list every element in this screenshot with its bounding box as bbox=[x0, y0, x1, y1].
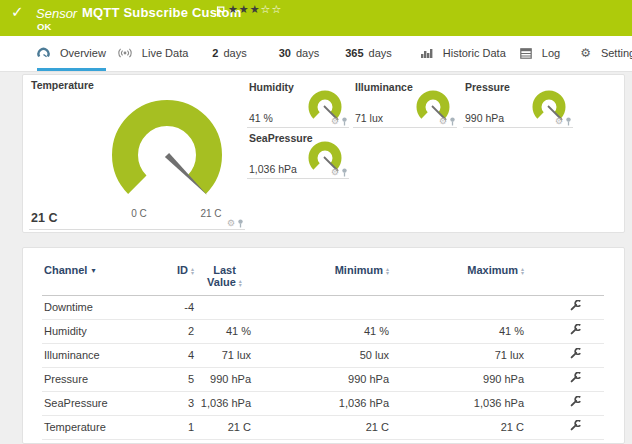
channel-table: Channel▾ ID▴▾ Last Value▴▾ Minimum▴▾ Max… bbox=[42, 248, 604, 440]
log-table-icon bbox=[520, 48, 532, 59]
tab-label: days bbox=[223, 47, 246, 59]
pin-icon[interactable] bbox=[341, 168, 348, 177]
channel-name-cell: Downtime bbox=[42, 296, 169, 320]
last-value-cell: 71 lux bbox=[196, 344, 253, 368]
channel-id-cell: 5 bbox=[169, 368, 196, 392]
channel-name-cell: Illuminance bbox=[42, 344, 169, 368]
gauge-title: Pressure bbox=[465, 81, 510, 93]
channel-settings-wrench-icon[interactable] bbox=[570, 416, 581, 439]
pin-icon[interactable] bbox=[565, 117, 572, 126]
minimum-cell bbox=[253, 296, 391, 320]
maximum-cell: 1,036 hPa bbox=[391, 392, 526, 416]
gauge-title: Humidity bbox=[249, 81, 294, 93]
gauge-settings-gear-icon[interactable]: ⚙ bbox=[227, 219, 235, 228]
maximum-cell: 990 hPa bbox=[391, 368, 526, 392]
tab-label: Settings bbox=[601, 47, 632, 59]
tab-30-days[interactable]: 30days bbox=[279, 36, 320, 71]
channel-name-cell: Pressure bbox=[42, 368, 169, 392]
minimum-cell: 41 % bbox=[253, 320, 391, 344]
gauge-value: 1,036 hPa bbox=[249, 163, 297, 175]
column-header-id[interactable]: ID▴▾ bbox=[169, 248, 196, 296]
sensor-overview-page: ✓ Sensor MQTT Subscribe Custom ★★★☆☆ OK … bbox=[0, 0, 632, 444]
gauge-value: 990 hPa bbox=[465, 112, 504, 124]
column-header-channel[interactable]: Channel▾ bbox=[42, 248, 169, 296]
tab-365-days[interactable]: 365days bbox=[345, 36, 392, 71]
tab-overview[interactable]: Overview bbox=[37, 36, 106, 71]
maximum-cell bbox=[391, 296, 526, 320]
table-header-row: Channel▾ ID▴▾ Last Value▴▾ Minimum▴▾ Max… bbox=[42, 248, 604, 296]
sort-icon: ▴▾ bbox=[521, 267, 524, 275]
maximum-cell: 41 % bbox=[391, 320, 526, 344]
channel-settings-wrench-icon[interactable] bbox=[570, 320, 581, 343]
channel-settings-wrench-icon[interactable] bbox=[570, 392, 581, 415]
sensor-status-bar: ✓ Sensor MQTT Subscribe Custom ★★★☆☆ OK bbox=[0, 0, 632, 36]
tab-log[interactable]: Log bbox=[520, 36, 560, 71]
last-value-cell: 1,036 hPa bbox=[196, 392, 253, 416]
table-row: Illuminance 4 71 lux 50 lux 71 lux bbox=[42, 344, 604, 368]
sensor-status-text: OK bbox=[37, 21, 51, 32]
stars-empty[interactable]: ☆☆ bbox=[261, 3, 283, 15]
tab-label: Overview bbox=[60, 47, 106, 59]
table-row: Pressure 5 990 hPa 990 hPa 990 hPa bbox=[42, 368, 604, 392]
gauge-tile-seapressure: SeaPressure 1,036 hPa ⚙ bbox=[247, 132, 349, 179]
minimum-cell: 21 C bbox=[253, 416, 391, 440]
table-row: Humidity 2 41 % 41 % 41 % bbox=[42, 320, 604, 344]
pin-icon[interactable] bbox=[341, 117, 348, 126]
pin-icon[interactable] bbox=[449, 117, 456, 126]
sort-icon: ▴▾ bbox=[239, 279, 242, 287]
channel-id-cell: 3 bbox=[169, 392, 196, 416]
gauge-tile-pressure: Pressure 990 hPa ⚙ bbox=[463, 81, 573, 128]
channel-id-cell: 1 bbox=[169, 416, 196, 440]
tab-label: Historic Data bbox=[443, 47, 506, 59]
sensor-tab-bar: Overview Live Data 2days 30days 365days bbox=[0, 36, 632, 72]
channel-settings-wrench-icon[interactable] bbox=[570, 344, 581, 367]
channel-settings-wrench-icon[interactable] bbox=[570, 368, 581, 391]
table-row: Temperature 1 21 C 21 C 21 C bbox=[42, 416, 604, 440]
object-kind-label: Sensor bbox=[36, 6, 77, 21]
tab-live-data[interactable]: Live Data bbox=[118, 36, 188, 71]
gauge-tile-illuminance: Illuminance 71 lux ⚙ bbox=[353, 81, 457, 128]
gauge-icon bbox=[37, 47, 50, 59]
channel-id-cell: 4 bbox=[169, 344, 196, 368]
channel-name-cell: Temperature bbox=[42, 416, 169, 440]
gauge-settings-gear-icon[interactable]: ⚙ bbox=[439, 117, 447, 126]
tab-historic-data[interactable]: Historic Data bbox=[420, 36, 506, 71]
channel-settings-wrench-icon[interactable] bbox=[570, 296, 581, 319]
stars-filled[interactable]: ★★★ bbox=[228, 3, 261, 15]
pin-icon[interactable] bbox=[237, 219, 244, 228]
column-header-minimum[interactable]: Minimum▴▾ bbox=[253, 248, 391, 296]
gauges-panel: Temperature 0 C 21 C 21 C ⚙ Humidity bbox=[22, 74, 625, 233]
sort-icon: ▴▾ bbox=[191, 267, 194, 275]
column-header-maximum[interactable]: Maximum▴▾ bbox=[391, 248, 526, 296]
tab-label: Live Data bbox=[142, 47, 188, 59]
maximum-cell: 21 C bbox=[391, 416, 526, 440]
last-value-cell bbox=[196, 296, 253, 320]
minimum-cell: 990 hPa bbox=[253, 368, 391, 392]
last-value-cell: 41 % bbox=[196, 320, 253, 344]
column-header-last-value[interactable]: Last Value▴▾ bbox=[196, 248, 253, 296]
column-header-settings bbox=[526, 248, 604, 296]
tab-settings[interactable]: ⚙ Settings bbox=[580, 36, 632, 71]
tab-2-days[interactable]: 2days bbox=[212, 36, 246, 71]
last-value-cell: 990 hPa bbox=[196, 368, 253, 392]
gauge-settings-gear-icon[interactable]: ⚙ bbox=[555, 117, 563, 126]
gauge-value: 41 % bbox=[249, 112, 273, 124]
bar-chart-icon bbox=[420, 47, 433, 59]
gauge-scale-max: 21 C bbox=[193, 208, 229, 219]
channel-name-cell: Humidity bbox=[42, 320, 169, 344]
gauge-scale-min: 0 C bbox=[121, 208, 157, 219]
gauge-tile-humidity: Humidity 41 % ⚙ bbox=[247, 81, 349, 128]
gauge-settings-gear-icon[interactable]: ⚙ bbox=[331, 168, 339, 177]
tab-label: days bbox=[296, 47, 319, 59]
priority-stars[interactable]: ★★★☆☆ bbox=[228, 3, 282, 16]
tab-label: days bbox=[369, 47, 392, 59]
minimum-cell: 50 lux bbox=[253, 344, 391, 368]
sort-icon: ▴▾ bbox=[386, 267, 389, 275]
channel-name-cell: SeaPressure bbox=[42, 392, 169, 416]
priority-flag-icon[interactable] bbox=[216, 3, 225, 21]
temperature-gauge bbox=[91, 81, 243, 207]
gauge-value: 21 C bbox=[31, 211, 57, 225]
minimum-cell: 1,036 hPa bbox=[253, 392, 391, 416]
gauge-settings-gear-icon[interactable]: ⚙ bbox=[331, 117, 339, 126]
channel-table-panel: Channel▾ ID▴▾ Last Value▴▾ Minimum▴▾ Max… bbox=[22, 247, 625, 444]
